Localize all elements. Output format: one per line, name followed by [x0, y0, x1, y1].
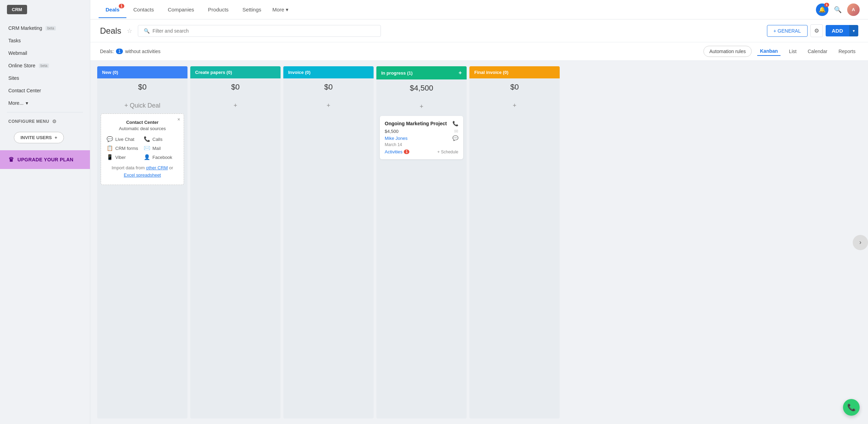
tab-products[interactable]: Products	[201, 1, 235, 18]
sidebar-navigation: CRM Marketing beta Tasks Webmail Online …	[0, 19, 90, 424]
upgrade-plan-button[interactable]: ♛ UPGRADE YOUR PLAN	[0, 150, 90, 169]
deal-card-amount: $4,500	[385, 129, 399, 134]
quick-deal-label: + Quick Deal	[124, 102, 160, 109]
popup-import-area: Import data from other CRM or Excel spre…	[107, 164, 178, 179]
configure-menu-row[interactable]: CONFIGURE MENU ⚙	[0, 115, 90, 128]
tab-settings[interactable]: Settings	[235, 1, 268, 18]
crm-marketing-beta-badge: beta	[45, 26, 56, 31]
phone-fab-button[interactable]: 📞	[843, 399, 860, 416]
add-deal-final-invoice[interactable]: +	[473, 99, 556, 112]
column-header-final-invoice: Final invoice (0)	[469, 66, 560, 78]
source-item-crmforms[interactable]: 📋 CRM forms	[107, 145, 141, 151]
other-crm-link[interactable]: other CRM	[146, 165, 168, 170]
sidebar-item-sites[interactable]: Sites	[0, 72, 90, 84]
contact-center-popup: × Contact Center Automatic deal sources …	[101, 113, 184, 185]
nav-right-actions: 🔔 1 🔍 A	[816, 3, 860, 16]
header-actions: + GENERAL ⚙ ADD ▾	[767, 24, 858, 37]
add-button[interactable]: ADD	[826, 25, 850, 36]
kanban-column-in-progress: In progress (1) + $4,500 + Ongoing Marke…	[376, 66, 467, 418]
view-mode-kanban[interactable]: Kanban	[757, 47, 781, 56]
gear-icon: ⚙	[52, 119, 57, 124]
kanban-column-create-papers: Create papers (0) $0 +	[190, 66, 281, 418]
crm-badge[interactable]: CRM	[7, 5, 27, 14]
favorite-star-icon[interactable]: ☆	[127, 27, 132, 35]
settings-gear-button[interactable]: ⚙	[810, 24, 823, 37]
or-text: or	[169, 165, 173, 170]
scroll-right-button[interactable]: ›	[853, 235, 868, 250]
add-deal-invoice[interactable]: +	[287, 99, 370, 112]
source-item-facebook[interactable]: 👤 Facebook	[144, 154, 178, 160]
notification-bell-button[interactable]: 🔔 1	[816, 3, 828, 16]
chat-icon: 💬	[107, 136, 113, 142]
sidebar-item-crm-marketing[interactable]: CRM Marketing beta	[0, 22, 90, 34]
tab-deals[interactable]: Deals 1	[99, 1, 126, 18]
source-item-viber[interactable]: 📱 Viber	[107, 154, 141, 160]
deal-card-footer: Activities 1 + Schedule	[385, 149, 458, 154]
column-total-final-invoice: $0	[469, 78, 560, 96]
avatar-initials: A	[852, 7, 855, 12]
invite-users-button[interactable]: INVITE USERS +	[14, 132, 64, 143]
email-card-icon[interactable]: ✉	[454, 128, 458, 134]
activities-link[interactable]: Activities 1	[385, 149, 409, 154]
column-total-invoice: $0	[283, 78, 374, 96]
column-title-in-progress: In progress (1)	[381, 70, 412, 76]
user-avatar[interactable]: A	[847, 3, 860, 16]
add-deal-create-papers[interactable]: +	[194, 99, 277, 112]
column-add-icon-in-progress[interactable]: +	[459, 70, 462, 76]
sidebar-item-tasks[interactable]: Tasks	[0, 34, 90, 47]
deal-card-ongoing[interactable]: Ongoing Marketing Project 📞 $4,500 ✉ Mik…	[380, 116, 463, 159]
sidebar-item-more[interactable]: More... ▾	[0, 97, 90, 109]
deal-card-amount-row: $4,500 ✉	[385, 128, 458, 134]
source-item-calls[interactable]: 📞 Calls	[144, 136, 178, 142]
automation-rules-button[interactable]: Automation rules	[703, 46, 752, 57]
schedule-link[interactable]: + Schedule	[437, 150, 458, 154]
search-bar[interactable]: 🔍	[138, 25, 381, 37]
excel-spreadsheet-link[interactable]: Excel spreadsheet	[124, 172, 161, 178]
global-search-button[interactable]: 🔍	[833, 5, 843, 15]
general-button[interactable]: + GENERAL	[767, 25, 808, 37]
deal-card-person[interactable]: Mike Jones	[385, 136, 408, 141]
sidebar-item-webmail[interactable]: Webmail	[0, 47, 90, 59]
column-body-new: + Quick Deal × Contact Center Automatic …	[97, 96, 187, 418]
source-label: Calls	[152, 137, 162, 142]
sidebar-item-label: More...	[8, 100, 24, 106]
tab-contacts[interactable]: Contacts	[126, 1, 161, 18]
add-chevron-button[interactable]: ▾	[849, 25, 858, 36]
tab-contacts-label: Contacts	[133, 7, 154, 12]
deal-card-title-row: Ongoing Marketing Project 📞	[385, 121, 458, 126]
view-mode-list[interactable]: List	[786, 47, 799, 56]
search-input[interactable]	[152, 28, 375, 34]
view-mode-reports[interactable]: Reports	[836, 47, 858, 56]
source-item-mail[interactable]: ✉️ Mail	[144, 145, 178, 151]
column-title-invoice: Invoice (0)	[288, 70, 310, 75]
chevron-down-icon: ▾	[286, 7, 289, 13]
invite-users-label: INVITE USERS	[20, 135, 52, 140]
nav-tabs: Deals 1 Contacts Companies Products Sett…	[99, 1, 816, 18]
configure-menu-label: CONFIGURE MENU	[8, 119, 49, 124]
column-header-new: New (0)	[97, 66, 187, 78]
online-store-beta-badge: beta	[39, 63, 49, 68]
column-title-new: New (0)	[102, 70, 118, 75]
deal-card-date: March 14	[385, 142, 458, 147]
view-mode-calendar[interactable]: Calendar	[805, 47, 830, 56]
column-body-final-invoice: +	[469, 96, 560, 418]
kanban-column-new: New (0) $0 + Quick Deal × Contact Center…	[97, 66, 187, 418]
import-text: Import data from	[111, 165, 146, 170]
add-deal-in-progress[interactable]: +	[380, 100, 463, 113]
tab-companies-label: Companies	[168, 7, 194, 12]
comment-card-icon[interactable]: 💬	[452, 135, 458, 141]
sidebar-item-contact-center[interactable]: Contact Center	[0, 84, 90, 97]
quick-deal-row[interactable]: + Quick Deal	[101, 99, 184, 112]
popup-title-line2: Automatic deal sources	[119, 126, 166, 131]
popup-title: Contact Center Automatic deal sources	[107, 119, 178, 132]
phone-card-icon[interactable]: 📞	[452, 121, 458, 126]
sidebar-item-online-store[interactable]: Online Store beta	[0, 59, 90, 72]
source-item-livechat[interactable]: 💬 Live Chat	[107, 136, 141, 142]
deal-card-title: Ongoing Marketing Project	[385, 121, 447, 126]
nav-more-button[interactable]: More ▾	[268, 1, 293, 18]
tab-companies[interactable]: Companies	[161, 1, 201, 18]
tab-products-label: Products	[208, 7, 228, 12]
popup-close-button[interactable]: ×	[177, 117, 180, 122]
column-title-final-invoice: Final invoice (0)	[474, 70, 508, 75]
column-header-create-papers: Create papers (0)	[190, 66, 281, 78]
